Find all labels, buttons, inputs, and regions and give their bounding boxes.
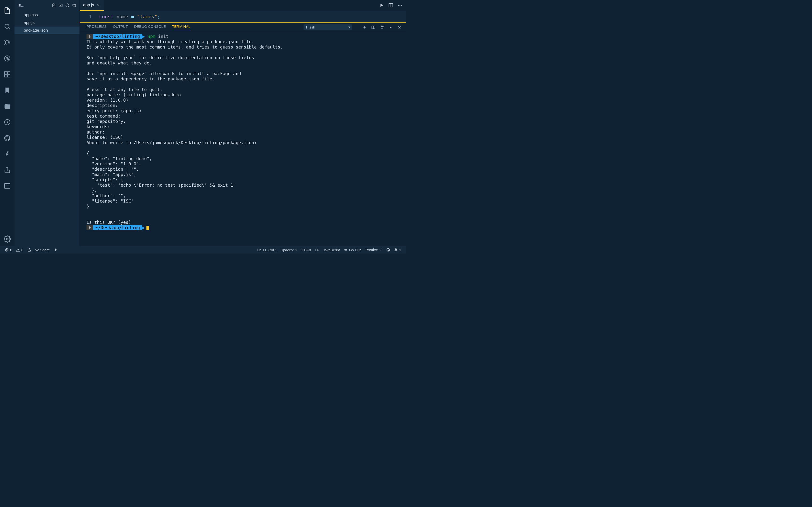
explorer-sidebar: E… app.css app.js package.json [14, 0, 80, 246]
svg-rect-10 [5, 183, 10, 188]
status-go-live[interactable]: Go Live [342, 248, 363, 252]
svg-point-3 [8, 42, 10, 43]
status-encoding[interactable]: UTF-8 [299, 248, 313, 252]
more-icon[interactable] [397, 3, 403, 8]
tab-output[interactable]: OUTPUT [113, 24, 128, 30]
refresh-icon[interactable] [64, 2, 70, 8]
svg-point-14 [398, 5, 399, 6]
status-errors[interactable]: 0 [3, 248, 14, 252]
status-quick-action[interactable] [52, 248, 59, 252]
chevron-down-icon[interactable] [389, 25, 393, 30]
panel-tabs: PROBLEMS OUTPUT DEBUG CONSOLE TERMINAL 1… [80, 23, 406, 32]
status-prettier[interactable]: Prettier: ✓ [363, 248, 384, 252]
svg-point-0 [5, 24, 9, 29]
svg-rect-5 [5, 72, 7, 74]
new-terminal-icon[interactable] [362, 25, 367, 30]
terminal-selector[interactable]: 1: zsh [304, 24, 352, 30]
tab-terminal[interactable]: TERMINAL [172, 24, 191, 30]
file-row[interactable]: app.js [14, 19, 80, 26]
terminal-cursor [146, 226, 149, 230]
code-editor[interactable]: 1 const name = "James"; [80, 11, 406, 23]
file-tree: app.css app.js package.json [14, 11, 80, 34]
status-warnings[interactable]: 0 [14, 248, 25, 252]
editor-tabs: app.js [80, 0, 406, 11]
gitlens-icon[interactable] [0, 115, 14, 129]
svg-point-19 [345, 249, 346, 250]
explorer-icon[interactable] [0, 3, 14, 18]
status-indentation[interactable]: Spaces: 4 [279, 248, 299, 252]
status-cursor[interactable]: Ln 11, Col 1 [255, 248, 279, 252]
debug-disabled-icon[interactable] [0, 51, 14, 66]
svg-point-1 [5, 40, 6, 41]
status-eol[interactable]: LF [313, 248, 321, 252]
svg-rect-12 [73, 4, 75, 6]
svg-point-16 [401, 5, 402, 6]
svg-point-2 [5, 44, 6, 45]
split-terminal-icon[interactable] [371, 25, 375, 30]
search-icon[interactable] [0, 19, 14, 34]
terminal-body: This utility will walk you through creat… [87, 39, 283, 225]
tab-debug-console[interactable]: DEBUG CONSOLE [134, 24, 166, 30]
bookmark-icon[interactable] [0, 83, 14, 98]
svg-point-15 [400, 5, 400, 6]
file-row[interactable]: package.json [14, 26, 80, 34]
explorer-header: E… [14, 0, 80, 11]
source-control-icon[interactable] [0, 35, 14, 50]
explorer-title: E… [18, 3, 51, 7]
svg-point-11 [6, 238, 8, 240]
svg-rect-8 [7, 72, 10, 74]
tab-app-js[interactable]: app.js [80, 0, 104, 11]
terminal-output[interactable]: ✝~/Desktop/linting▶ npm init This utilit… [80, 32, 406, 246]
status-live-share[interactable]: Live Share [26, 248, 52, 252]
azure-icon[interactable] [0, 147, 14, 161]
new-folder-icon[interactable] [58, 2, 63, 8]
file-row[interactable]: app.css [14, 11, 80, 19]
gear-icon[interactable] [0, 232, 14, 246]
new-file-icon[interactable] [51, 2, 57, 8]
line-number: 1 [80, 14, 99, 19]
run-icon[interactable] [379, 3, 384, 8]
close-panel-icon[interactable] [397, 25, 402, 30]
svg-rect-7 [7, 74, 10, 77]
activity-bar [0, 0, 14, 246]
tab-label: app.js [83, 3, 94, 7]
kill-terminal-icon[interactable] [380, 25, 384, 30]
github-icon[interactable] [0, 131, 14, 145]
preview-icon[interactable] [0, 179, 14, 193]
project-icon[interactable] [0, 99, 14, 113]
status-feedback[interactable] [384, 248, 392, 252]
status-notifications[interactable]: 1 [392, 248, 403, 252]
close-icon[interactable] [96, 3, 100, 7]
status-bar: 0 0 Live Share Ln 11, Col 1 Spaces: 4 UT… [0, 246, 406, 253]
share-icon[interactable] [0, 163, 14, 177]
extensions-icon[interactable] [0, 67, 14, 81]
svg-point-20 [387, 248, 390, 251]
bottom-panel: PROBLEMS OUTPUT DEBUG CONSOLE TERMINAL 1… [80, 23, 406, 246]
collapse-all-icon[interactable] [71, 2, 77, 8]
status-language[interactable]: JavaScript [321, 248, 342, 252]
tab-problems[interactable]: PROBLEMS [87, 24, 107, 30]
svg-rect-6 [5, 74, 7, 77]
split-editor-icon[interactable] [388, 3, 394, 8]
